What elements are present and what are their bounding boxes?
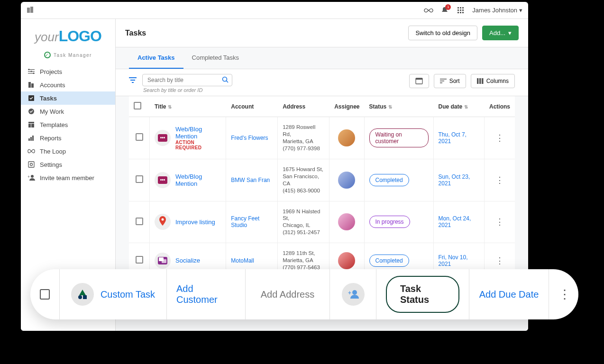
sidebar-item-loop[interactable]: The Loop [21, 145, 115, 158]
account-link[interactable]: MotoMall [231, 257, 254, 264]
calendar-button[interactable] [409, 74, 429, 88]
account-link[interactable]: BMW San Fran [231, 177, 270, 183]
svg-point-15 [31, 71, 32, 72]
sidebar-item-projects[interactable]: Projects [21, 65, 115, 78]
col-address: Address [278, 96, 329, 117]
row-actions-icon[interactable]: ⋮ [489, 133, 510, 143]
svg-rect-32 [130, 80, 135, 81]
switch-design-button[interactable]: Switch to old design [408, 26, 477, 40]
col-status[interactable]: Status [369, 103, 387, 110]
address-text: 1675 Howard St,San Francisco, CA(415) 86… [283, 166, 324, 194]
sidebar-item-label: The Loop [40, 148, 66, 155]
task-type-icon: ••• [155, 130, 171, 146]
due-date-link[interactable]: Thu, Oct 7, 2021 [439, 131, 467, 145]
status-badge[interactable]: Waiting on customer [369, 128, 429, 147]
row-checkbox[interactable] [136, 256, 143, 264]
select-all-checkbox[interactable] [134, 102, 141, 109]
status-badge[interactable]: Completed [369, 255, 409, 267]
assignee-avatar[interactable] [338, 172, 355, 189]
company-icon[interactable] [27, 6, 34, 15]
sidebar-item-templates[interactable]: Templates [21, 118, 115, 131]
apps-grid-icon[interactable] [456, 6, 466, 15]
row-actions-icon[interactable]: ⋮ [489, 255, 510, 266]
due-date-link[interactable]: Sun, Oct 23, 2021 [439, 173, 470, 187]
col-due[interactable]: Due date [439, 103, 463, 110]
task-title-link[interactable]: Socialize [175, 257, 200, 264]
user-name: James Johnston [472, 7, 517, 14]
tabs: Active TasksCompleted Tasks [116, 47, 528, 69]
svg-rect-18 [31, 83, 34, 88]
row-actions-icon[interactable]: ⋮ [489, 217, 510, 227]
row-checkbox[interactable] [136, 218, 143, 225]
row-checkbox[interactable] [136, 133, 143, 141]
row-checkbox[interactable] [136, 175, 143, 183]
assignee-avatar[interactable] [338, 129, 355, 146]
task-title-link[interactable]: Web/Blog Mention [175, 173, 202, 187]
columns-button[interactable]: Columns [471, 74, 515, 88]
task-type-icon: ••• [155, 172, 171, 188]
table-row: •••Web/Blog MentionBMW San Fran1675 Howa… [129, 159, 515, 201]
tab-completed-tasks[interactable]: Completed Tasks [183, 47, 247, 69]
account-link[interactable]: Fancy Feet Studio [231, 215, 259, 228]
svg-point-48 [78, 295, 82, 299]
assignee-avatar[interactable] [338, 213, 355, 230]
add-assignee-icon[interactable]: + [342, 283, 365, 306]
task-title-link[interactable]: Improve listing [175, 218, 215, 226]
sidebar-item-reports[interactable]: Reports [21, 131, 115, 145]
due-date-link[interactable]: Mon, Oct 24, 2021 [439, 215, 471, 228]
chevron-down-icon: ▾ [519, 7, 522, 14]
search-icon[interactable] [222, 76, 229, 85]
filter-icon[interactable] [129, 74, 137, 85]
sort-button[interactable]: Sort [434, 74, 466, 88]
row-checkbox[interactable] [40, 289, 50, 300]
sidebar-item-mywork[interactable]: My Work [21, 105, 115, 118]
task-type-icon [155, 214, 171, 230]
svg-rect-26 [32, 136, 34, 141]
add-customer-label[interactable]: Add Customer [176, 283, 236, 305]
svg-rect-27 [28, 162, 34, 167]
svg-rect-23 [31, 124, 34, 127]
sidebar-item-settings[interactable]: Settings [21, 158, 115, 171]
status-badge[interactable]: In progress [369, 216, 410, 228]
sort-arrows-icon[interactable]: ⇅ [168, 104, 172, 109]
sidebar-item-accounts[interactable]: Accounts [21, 78, 115, 91]
col-title[interactable]: Title [155, 103, 166, 110]
add-due-date-label[interactable]: Add Due Date [479, 289, 539, 300]
projects-icon [27, 68, 35, 75]
svg-point-44 [162, 218, 164, 221]
account-link[interactable]: Fred's Flowers [231, 135, 268, 141]
user-menu[interactable]: James Johnston ▾ [472, 7, 522, 14]
infinity-icon[interactable] [424, 6, 433, 15]
more-actions-icon[interactable]: ⋮ [558, 287, 571, 302]
task-status-pill[interactable]: Task Status [386, 276, 459, 313]
mywork-icon [27, 108, 35, 115]
notifications-icon[interactable]: 1 [440, 6, 449, 15]
sort-arrows-icon[interactable]: ⇅ [388, 104, 392, 109]
row-actions-icon[interactable]: ⋮ [489, 175, 510, 185]
custom-task-label[interactable]: Custom Task [101, 289, 155, 300]
search-input[interactable] [142, 74, 232, 86]
sidebar-item-invite[interactable]: +Invite team member [21, 171, 115, 184]
svg-point-34 [223, 77, 227, 82]
sort-arrows-icon[interactable]: ⇅ [464, 104, 468, 109]
add-button[interactable]: Add... ▾ [482, 26, 519, 40]
svg-rect-42 [479, 78, 481, 84]
add-address-label[interactable]: Add Address [261, 289, 314, 300]
task-title-link[interactable]: Web/Blog Mention [175, 126, 202, 140]
assignee-avatar[interactable] [338, 252, 355, 269]
sidebar-item-label: Invite team member [40, 174, 94, 182]
chevron-down-icon: ▾ [508, 29, 512, 36]
sidebar-item-tasks[interactable]: Tasks [21, 91, 115, 105]
sidebar-item-label: Tasks [40, 95, 57, 102]
tab-active-tasks[interactable]: Active Tasks [129, 47, 183, 69]
svg-rect-5 [458, 9, 459, 11]
table-row: •••Web/Blog MentionACTION REQUIREDFred's… [129, 117, 515, 159]
svg-rect-22 [28, 124, 31, 127]
search-hint: Search by title or order ID [142, 87, 232, 93]
svg-rect-7 [462, 9, 464, 11]
col-actions: Actions [485, 96, 515, 117]
task-manager-label: ✓ Task Manager [21, 48, 115, 65]
svg-rect-9 [460, 12, 461, 13]
status-badge[interactable]: Completed [369, 174, 409, 186]
due-date-link[interactable]: Fri, Nov 10, 2021 [439, 254, 468, 267]
